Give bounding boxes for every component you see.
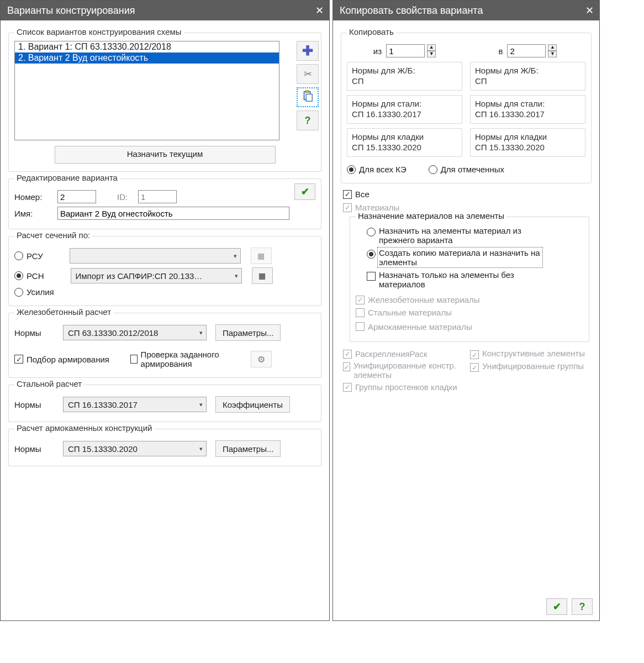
name-input[interactable]	[57, 207, 289, 220]
from-rc-norms: Нормы для Ж/Б: СП	[347, 62, 462, 91]
list-toolbar: ✚ ✂ ?	[297, 41, 319, 130]
unified-constr-check: Унифицированные констр. элементы	[343, 361, 462, 380]
variant-listbox[interactable]: 1. Вариант 1: СП 63.13330.2012/2018 2. В…	[14, 41, 279, 140]
copy-props-titlebar: Копировать свойства варианта ✕	[333, 1, 599, 20]
ok-button[interactable]: ✔	[546, 598, 567, 615]
radio-rsn[interactable]: РСН	[14, 271, 44, 281]
copy-group: Копировать из ▲▼ Нормы для Ж/Б: СП	[341, 33, 592, 183]
to-rc-norms: Нормы для Ж/Б: СП	[470, 62, 585, 91]
steel-title: Стальной расчет	[14, 379, 84, 388]
from-spinner[interactable]: ▲▼	[386, 44, 436, 57]
to-label: в	[499, 46, 503, 56]
steel-coef-button[interactable]: Коэффициенты	[215, 396, 290, 413]
help-icon: ?	[305, 115, 311, 127]
spin-down-icon[interactable]: ▼	[427, 51, 436, 57]
steel-materials-check: Стальные материалы	[356, 308, 452, 317]
svg-rect-2	[306, 94, 312, 101]
rc-materials-check: Железобетонные материалы	[356, 295, 479, 304]
gear-icon: ⚙	[257, 354, 265, 365]
radio-rsu[interactable]: РСУ	[14, 251, 43, 261]
steel-norms-label: Нормы	[14, 400, 59, 409]
rsn-table-button[interactable]: ▦	[252, 267, 273, 284]
check-icon: ✔	[301, 186, 309, 198]
variants-title: Варианты конструирования	[7, 5, 314, 17]
apply-edit-button[interactable]: ✔	[294, 183, 315, 200]
masonry-group: Расчет армокаменных конструкций Нормы СП…	[8, 429, 321, 466]
close-icon[interactable]: ✕	[584, 5, 595, 16]
rc-title: Железобетонный расчет	[14, 307, 113, 317]
help-button[interactable]: ?	[572, 598, 593, 615]
rsu-combo: ▾	[70, 248, 241, 264]
spin-up-icon[interactable]: ▲	[427, 44, 436, 51]
copy-group-title: Копировать	[347, 27, 396, 36]
masonry-title: Расчет армокаменных конструкций	[14, 423, 154, 433]
materials-assign-group: Назначение материалов на элементы Назнач…	[350, 217, 589, 342]
calc-sections-group: Расчет сечений по: РСУ ▾ ▦ РСН Импорт из…	[8, 236, 321, 306]
edit-variant-title: Редактирование варианта	[14, 173, 120, 182]
to-steel-norms: Нормы для стали: СП 16.13330.2017	[470, 95, 585, 124]
from-label: из	[373, 46, 382, 56]
reinf-settings-button[interactable]: ⚙	[251, 351, 272, 367]
rsu-table-button: ▦	[251, 248, 272, 264]
masonry-params-button[interactable]: Параметры...	[215, 440, 281, 457]
spin-up-icon[interactable]: ▲	[548, 44, 557, 51]
table-icon: ▦	[257, 251, 265, 260]
list-item[interactable]: 2. Вариант 2 Вуд огнестойкость	[15, 52, 279, 64]
pick-reinforcement-check[interactable]: Подбор армирования	[14, 355, 109, 364]
to-input[interactable]	[507, 44, 546, 57]
spin-down-icon[interactable]: ▼	[548, 51, 557, 57]
constr-elements-check: Конструктивные элементы	[470, 349, 585, 359]
rc-norms-label: Нормы	[14, 328, 59, 338]
variant-list-group: Список вариантов конструирования схемы 1…	[8, 33, 321, 172]
radio-create-copy[interactable]: Создать копию материала и назначить на э…	[367, 248, 541, 267]
paste-button[interactable]	[297, 87, 319, 107]
masonry-norms-label: Нормы	[14, 444, 59, 454]
paste-icon	[302, 90, 314, 105]
bracing-check: РаскрепленияРаск	[343, 349, 427, 359]
help-button[interactable]: ?	[297, 110, 319, 130]
svg-rect-1	[305, 90, 309, 92]
radio-all-fe[interactable]: Для всех КЭ	[347, 165, 407, 174]
from-input[interactable]	[386, 44, 425, 57]
rc-group: Железобетонный расчет Нормы СП 63.13330.…	[8, 313, 321, 378]
id-input	[138, 190, 177, 203]
masonry-materials-check: Армокаменные материалы	[356, 322, 472, 332]
copy-props-title: Копировать свойства варианта	[340, 5, 584, 17]
only-empty-check[interactable]: Назначать только на элементы без материа…	[367, 270, 545, 289]
check-reinforcement-check[interactable]: Проверка заданного армирования	[130, 350, 241, 369]
close-icon[interactable]: ✕	[314, 5, 325, 16]
table-icon: ▦	[258, 271, 266, 280]
to-masonry-norms: Нормы для кладки СП 15.13330.2020	[470, 128, 585, 157]
assign-current-button[interactable]: Назначить текущим	[55, 146, 276, 164]
from-steel-norms: Нормы для стали: СП 16.13330.2017	[347, 95, 462, 124]
plus-icon: ✚	[302, 43, 313, 59]
copy-props-dialog: Копировать свойства варианта ✕ Копироват…	[332, 0, 600, 621]
radio-marked[interactable]: Для отмеченных	[429, 165, 504, 174]
from-masonry-norms: Нормы для кладки СП 15.13330.2020	[347, 128, 462, 157]
number-label: Номер:	[14, 192, 53, 202]
cut-button[interactable]: ✂	[297, 64, 319, 84]
scissors-icon: ✂	[304, 68, 312, 80]
id-label: ID:	[117, 192, 134, 202]
steel-norms-combo[interactable]: СП 16.13330.2017▾	[63, 397, 207, 412]
materials-assign-title: Назначение материалов на элементы	[356, 211, 506, 220]
rc-norms-combo[interactable]: СП 63.13330.2012/2018▾	[63, 325, 207, 340]
add-button[interactable]: ✚	[297, 41, 319, 61]
edit-variant-group: Редактирование варианта ✔ Номер: ID: Имя…	[8, 178, 321, 229]
to-spinner[interactable]: ▲▼	[507, 44, 557, 57]
list-item[interactable]: 1. Вариант 1: СП 63.13330.2012/2018	[15, 41, 279, 52]
help-icon: ?	[579, 601, 585, 613]
check-icon: ✔	[553, 601, 561, 613]
rsn-combo[interactable]: Импорт из САПФИР:СП 20.133…▾	[71, 268, 242, 283]
all-check[interactable]: Все	[343, 190, 369, 199]
number-input[interactable]	[57, 190, 96, 203]
variants-dialog: Варианты конструирования ✕ Список вариан…	[0, 0, 330, 621]
rc-params-button[interactable]: Параметры...	[215, 324, 281, 341]
radio-assign-prev[interactable]: Назначить на элементы материал из прежне…	[367, 226, 545, 245]
masonry-norms-combo[interactable]: СП 15.13330.2020▾	[63, 441, 207, 456]
name-label: Имя:	[14, 209, 53, 218]
variants-titlebar: Варианты конструирования ✕	[1, 1, 329, 20]
calc-sections-title: Расчет сечений по:	[14, 230, 92, 240]
unified-groups-check: Унифицированные группы	[470, 361, 584, 372]
radio-forces[interactable]: Усилия	[14, 287, 54, 297]
